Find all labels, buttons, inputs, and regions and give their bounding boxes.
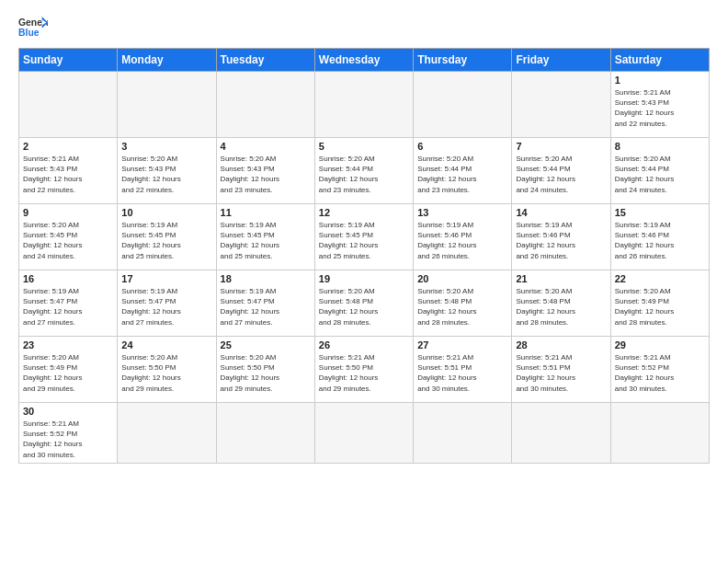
day-info: Sunrise: 5:21 AM Sunset: 5:50 PM Dayligh… bbox=[319, 352, 409, 394]
calendar-cell bbox=[610, 403, 709, 464]
calendar-cell: 23Sunrise: 5:20 AM Sunset: 5:49 PM Dayli… bbox=[19, 337, 118, 403]
week-row-1: 1Sunrise: 5:21 AM Sunset: 5:43 PM Daylig… bbox=[19, 72, 710, 138]
day-number: 2 bbox=[23, 141, 113, 152]
calendar-cell bbox=[414, 72, 512, 138]
day-number: 8 bbox=[615, 141, 705, 152]
svg-text:Blue: Blue bbox=[18, 28, 40, 38]
calendar-cell: 27Sunrise: 5:21 AM Sunset: 5:51 PM Dayli… bbox=[414, 337, 512, 403]
day-info: Sunrise: 5:19 AM Sunset: 5:45 PM Dayligh… bbox=[121, 220, 211, 261]
calendar-cell: 26Sunrise: 5:21 AM Sunset: 5:50 PM Dayli… bbox=[314, 337, 413, 403]
day-info: Sunrise: 5:20 AM Sunset: 5:49 PM Dayligh… bbox=[615, 286, 705, 327]
day-of-week-wednesday: Wednesday bbox=[314, 49, 413, 72]
day-number: 28 bbox=[516, 339, 606, 350]
day-info: Sunrise: 5:20 AM Sunset: 5:48 PM Dayligh… bbox=[417, 286, 507, 327]
day-info: Sunrise: 5:21 AM Sunset: 5:52 PM Dayligh… bbox=[23, 419, 113, 460]
calendar-cell: 11Sunrise: 5:19 AM Sunset: 5:45 PM Dayli… bbox=[216, 204, 314, 270]
day-info: Sunrise: 5:20 AM Sunset: 5:49 PM Dayligh… bbox=[23, 352, 113, 394]
day-number: 15 bbox=[615, 207, 705, 218]
day-number: 24 bbox=[121, 339, 211, 350]
logo: General Blue bbox=[18, 15, 48, 40]
day-number: 18 bbox=[221, 273, 311, 284]
calendar-cell: 6Sunrise: 5:20 AM Sunset: 5:44 PM Daylig… bbox=[414, 138, 512, 204]
day-number: 14 bbox=[516, 207, 606, 218]
day-number: 23 bbox=[23, 339, 113, 350]
calendar-cell: 16Sunrise: 5:19 AM Sunset: 5:47 PM Dayli… bbox=[19, 270, 118, 337]
calendar-cell bbox=[512, 403, 610, 464]
day-number: 30 bbox=[23, 406, 113, 417]
calendar-cell: 28Sunrise: 5:21 AM Sunset: 5:51 PM Dayli… bbox=[512, 337, 610, 403]
calendar-cell: 20Sunrise: 5:20 AM Sunset: 5:48 PM Dayli… bbox=[414, 270, 512, 337]
day-info: Sunrise: 5:19 AM Sunset: 5:46 PM Dayligh… bbox=[417, 220, 507, 261]
day-number: 9 bbox=[23, 207, 113, 218]
calendar-cell: 9Sunrise: 5:20 AM Sunset: 5:45 PM Daylig… bbox=[19, 204, 118, 270]
day-number: 25 bbox=[221, 339, 311, 350]
day-info: Sunrise: 5:21 AM Sunset: 5:51 PM Dayligh… bbox=[516, 352, 606, 394]
day-of-week-thursday: Thursday bbox=[414, 49, 512, 72]
calendar-cell: 4Sunrise: 5:20 AM Sunset: 5:43 PM Daylig… bbox=[216, 138, 314, 204]
day-info: Sunrise: 5:21 AM Sunset: 5:52 PM Dayligh… bbox=[615, 352, 705, 394]
day-info: Sunrise: 5:19 AM Sunset: 5:45 PM Dayligh… bbox=[221, 220, 311, 261]
day-info: Sunrise: 5:20 AM Sunset: 5:44 PM Dayligh… bbox=[516, 154, 606, 195]
day-of-week-friday: Friday bbox=[512, 49, 610, 72]
day-info: Sunrise: 5:19 AM Sunset: 5:45 PM Dayligh… bbox=[319, 220, 409, 261]
calendar-cell: 15Sunrise: 5:19 AM Sunset: 5:46 PM Dayli… bbox=[610, 204, 709, 270]
day-number: 26 bbox=[319, 339, 409, 350]
calendar-cell bbox=[314, 403, 413, 464]
week-row-4: 16Sunrise: 5:19 AM Sunset: 5:47 PM Dayli… bbox=[19, 270, 710, 337]
day-of-week-saturday: Saturday bbox=[610, 49, 709, 72]
calendar-cell: 19Sunrise: 5:20 AM Sunset: 5:48 PM Dayli… bbox=[314, 270, 413, 337]
day-number: 20 bbox=[417, 273, 507, 284]
day-info: Sunrise: 5:20 AM Sunset: 5:43 PM Dayligh… bbox=[221, 154, 311, 195]
calendar-cell bbox=[512, 72, 610, 138]
week-row-5: 23Sunrise: 5:20 AM Sunset: 5:49 PM Dayli… bbox=[19, 337, 710, 403]
day-info: Sunrise: 5:19 AM Sunset: 5:46 PM Dayligh… bbox=[516, 220, 606, 261]
day-number: 10 bbox=[121, 207, 211, 218]
day-of-week-sunday: Sunday bbox=[19, 49, 118, 72]
day-info: Sunrise: 5:20 AM Sunset: 5:50 PM Dayligh… bbox=[121, 352, 211, 394]
day-info: Sunrise: 5:19 AM Sunset: 5:47 PM Dayligh… bbox=[121, 286, 211, 327]
day-info: Sunrise: 5:21 AM Sunset: 5:43 PM Dayligh… bbox=[615, 87, 705, 129]
calendar-cell: 14Sunrise: 5:19 AM Sunset: 5:46 PM Dayli… bbox=[512, 204, 610, 270]
day-number: 7 bbox=[516, 141, 606, 152]
calendar-cell: 2Sunrise: 5:21 AM Sunset: 5:43 PM Daylig… bbox=[19, 138, 118, 204]
calendar-cell bbox=[314, 72, 413, 138]
day-number: 19 bbox=[319, 273, 409, 284]
day-number: 12 bbox=[319, 207, 409, 218]
day-number: 22 bbox=[615, 273, 705, 284]
day-number: 5 bbox=[319, 141, 409, 152]
day-number: 27 bbox=[417, 339, 507, 350]
day-info: Sunrise: 5:19 AM Sunset: 5:46 PM Dayligh… bbox=[615, 220, 705, 261]
calendar-cell: 3Sunrise: 5:20 AM Sunset: 5:43 PM Daylig… bbox=[118, 138, 216, 204]
calendar-cell: 7Sunrise: 5:20 AM Sunset: 5:44 PM Daylig… bbox=[512, 138, 610, 204]
day-number: 6 bbox=[417, 141, 507, 152]
day-number: 16 bbox=[23, 273, 113, 284]
day-info: Sunrise: 5:19 AM Sunset: 5:47 PM Dayligh… bbox=[221, 286, 311, 327]
calendar-cell: 10Sunrise: 5:19 AM Sunset: 5:45 PM Dayli… bbox=[118, 204, 216, 270]
logo-icon: General Blue bbox=[18, 15, 48, 40]
week-row-3: 9Sunrise: 5:20 AM Sunset: 5:45 PM Daylig… bbox=[19, 204, 710, 270]
calendar-cell bbox=[118, 403, 216, 464]
week-row-6: 30Sunrise: 5:21 AM Sunset: 5:52 PM Dayli… bbox=[19, 403, 710, 464]
calendar-cell: 13Sunrise: 5:19 AM Sunset: 5:46 PM Dayli… bbox=[414, 204, 512, 270]
day-of-week-monday: Monday bbox=[118, 49, 216, 72]
page: General Blue SundayMondayTuesdayWednesda… bbox=[0, 0, 728, 563]
day-of-week-tuesday: Tuesday bbox=[216, 49, 314, 72]
day-info: Sunrise: 5:21 AM Sunset: 5:43 PM Dayligh… bbox=[23, 154, 113, 195]
day-info: Sunrise: 5:20 AM Sunset: 5:48 PM Dayligh… bbox=[516, 286, 606, 327]
day-info: Sunrise: 5:20 AM Sunset: 5:50 PM Dayligh… bbox=[221, 352, 311, 394]
calendar-cell: 21Sunrise: 5:20 AM Sunset: 5:48 PM Dayli… bbox=[512, 270, 610, 337]
calendar-cell: 17Sunrise: 5:19 AM Sunset: 5:47 PM Dayli… bbox=[118, 270, 216, 337]
day-info: Sunrise: 5:20 AM Sunset: 5:45 PM Dayligh… bbox=[23, 220, 113, 261]
calendar-cell: 5Sunrise: 5:20 AM Sunset: 5:44 PM Daylig… bbox=[314, 138, 413, 204]
day-info: Sunrise: 5:21 AM Sunset: 5:51 PM Dayligh… bbox=[417, 352, 507, 394]
day-info: Sunrise: 5:20 AM Sunset: 5:44 PM Dayligh… bbox=[319, 154, 409, 195]
day-number: 21 bbox=[516, 273, 606, 284]
week-row-2: 2Sunrise: 5:21 AM Sunset: 5:43 PM Daylig… bbox=[19, 138, 710, 204]
calendar-cell: 18Sunrise: 5:19 AM Sunset: 5:47 PM Dayli… bbox=[216, 270, 314, 337]
day-number: 11 bbox=[221, 207, 311, 218]
day-number: 29 bbox=[615, 339, 705, 350]
day-number: 17 bbox=[121, 273, 211, 284]
day-info: Sunrise: 5:20 AM Sunset: 5:43 PM Dayligh… bbox=[121, 154, 211, 195]
day-number: 3 bbox=[121, 141, 211, 152]
day-header-row: SundayMondayTuesdayWednesdayThursdayFrid… bbox=[19, 49, 710, 72]
